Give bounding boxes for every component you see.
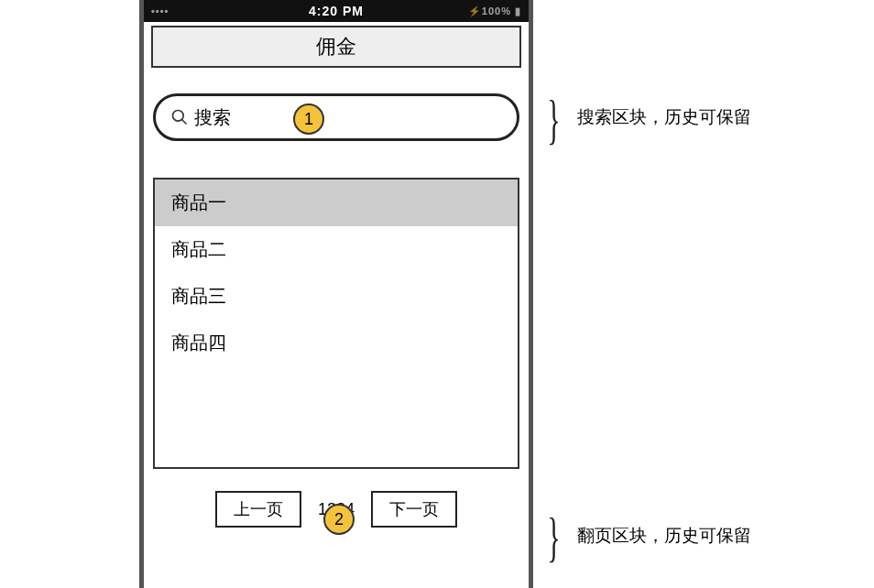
brace-icon: }: [547, 506, 560, 569]
list-item[interactable]: 商品四: [155, 320, 518, 366]
list-item[interactable]: 商品一: [155, 180, 518, 226]
phone-frame: •••• 4:20 PM ⚡100% ▮ 佣金 搜索 1 商品一 商品二 商品三: [139, 0, 533, 588]
page-title: 佣金: [316, 33, 356, 60]
battery-text: ⚡100% ▮: [468, 5, 521, 17]
callout-marker-1: 1: [293, 103, 324, 135]
nav-bar: 佣金: [151, 26, 521, 68]
list-item[interactable]: 商品二: [155, 226, 518, 273]
list-item[interactable]: 商品三: [155, 273, 518, 320]
list-item-label: 商品一: [171, 192, 226, 212]
brace-icon: }: [547, 88, 560, 151]
prev-page-button[interactable]: 上一页: [215, 491, 301, 528]
svg-line-1: [182, 120, 187, 125]
carrier-text: ••••: [151, 5, 169, 16]
clock-text: 4:20 PM: [309, 4, 364, 18]
pager: 上一页 1234 下一页 2: [153, 491, 519, 528]
svg-point-0: [173, 111, 184, 122]
callout-marker-2: 2: [323, 504, 355, 535]
search-input[interactable]: 搜索 1: [153, 93, 519, 141]
status-bar: •••• 4:20 PM ⚡100% ▮: [144, 0, 529, 22]
list-item-label: 商品四: [171, 332, 226, 353]
list-item-label: 商品三: [171, 286, 226, 306]
list-item-label: 商品二: [171, 239, 226, 259]
product-list: 商品一 商品二 商品三 商品四: [153, 178, 519, 469]
search-icon: [170, 108, 189, 126]
annotation-search: 搜索区块，历史可保留: [577, 105, 770, 129]
annotation-pager: 翻页区块，历史可保留: [577, 524, 770, 548]
next-page-button[interactable]: 下一页: [371, 491, 457, 528]
search-placeholder: 搜索: [194, 105, 231, 130]
